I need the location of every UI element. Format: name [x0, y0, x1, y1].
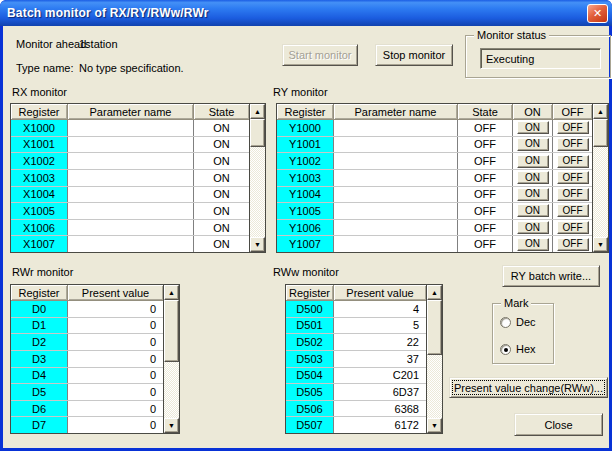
ry-batch-write-button[interactable]: RY batch write...	[502, 265, 600, 287]
table-row: Y1000OFFONOFF	[277, 120, 592, 137]
register-cell: D504	[286, 368, 334, 384]
register-cell: D2	[11, 334, 68, 350]
scrollbar-down-icon[interactable]: ▼	[164, 418, 179, 433]
value-cell: ON	[194, 203, 249, 219]
on-button[interactable]: ON	[517, 155, 549, 168]
register-cell: D4	[11, 368, 68, 384]
scrollbar-up-icon[interactable]: ▲	[427, 285, 442, 300]
off-button[interactable]: OFF	[557, 204, 589, 217]
titlebar[interactable]: Batch monitor of RX/RY/RWw/RWr ✕	[0, 0, 612, 26]
scrollbar-thumb[interactable]	[427, 300, 442, 355]
close-button[interactable]: Close	[514, 413, 603, 436]
register-cell: Y1001	[277, 137, 334, 153]
close-icon[interactable]: ✕	[587, 4, 608, 23]
off-button[interactable]: OFF	[557, 138, 589, 151]
on-button[interactable]: ON	[517, 188, 549, 201]
scrollbar-down-icon[interactable]: ▼	[427, 418, 442, 433]
value-cell: 6368	[334, 401, 426, 417]
value-cell: ON	[194, 170, 249, 186]
register-cell: D505	[286, 384, 334, 400]
table-row: D5004	[286, 301, 426, 318]
parameter-name-cell	[68, 170, 194, 186]
table-row: D5056D37	[286, 384, 426, 401]
mark-option-hex[interactable]: Hex	[500, 342, 551, 356]
table-row: Y1001OFFONOFF	[277, 137, 592, 154]
off-button[interactable]: OFF	[557, 171, 589, 184]
rwr-scrollbar: ▲ ▼	[163, 285, 179, 433]
table-row: D60	[11, 401, 163, 418]
off-button[interactable]: OFF	[557, 238, 589, 251]
off-button[interactable]: OFF	[557, 188, 589, 201]
scrollbar-thumb[interactable]	[593, 119, 608, 147]
scrollbar-up-icon[interactable]: ▲	[164, 285, 179, 300]
radio-hex-icon[interactable]	[500, 344, 511, 355]
off-button[interactable]: OFF	[557, 121, 589, 134]
register-cell: X1006	[11, 220, 68, 236]
column-header-present-value: Present value	[334, 285, 426, 301]
column-header-parameter-name: Parameter name	[334, 104, 458, 120]
value-cell: 6172	[334, 417, 426, 433]
dialog-client-area: Monitor ahead: 1station Type name: No ty…	[3, 26, 609, 448]
stop-monitor-button[interactable]: Stop monitor	[375, 44, 453, 66]
scrollbar-track[interactable]	[427, 300, 442, 418]
scrollbar-track[interactable]	[164, 300, 179, 418]
present-value-change-button[interactable]: Present value change(RWw)...	[449, 377, 608, 398]
table-row: X1001ON	[11, 137, 249, 154]
table-row: X1003ON	[11, 170, 249, 187]
start-monitor-button[interactable]: Start monitor	[282, 44, 358, 66]
table-row: D5066368	[286, 401, 426, 418]
parameter-name-cell	[334, 236, 458, 252]
value-cell: OFF	[458, 120, 513, 136]
on-button[interactable]: ON	[517, 138, 549, 151]
table-row: Y1007OFFONOFF	[277, 236, 592, 252]
rww-monitor-table: RegisterPresent valueD5004D5015D50222D50…	[285, 284, 443, 434]
value-cell: 0	[68, 384, 163, 400]
scrollbar-thumb[interactable]	[250, 119, 265, 147]
parameter-name-cell	[334, 120, 458, 136]
on-button[interactable]: ON	[517, 121, 549, 134]
off-button[interactable]: OFF	[557, 221, 589, 234]
on-button[interactable]: ON	[517, 204, 549, 217]
register-cell: Y1004	[277, 187, 334, 203]
scrollbar-up-icon[interactable]: ▲	[593, 104, 608, 119]
scrollbar-down-icon[interactable]: ▼	[250, 237, 265, 252]
off-button[interactable]: OFF	[557, 155, 589, 168]
register-cell: Y1002	[277, 153, 334, 169]
table-row: X1006ON	[11, 220, 249, 237]
register-cell: Y1000	[277, 120, 334, 136]
ry-monitor-table: RegisterParameter nameStateONOFFY1000OFF…	[276, 103, 609, 253]
value-cell: 0	[68, 318, 163, 334]
value-cell: 4	[334, 301, 426, 317]
mark-option-dec[interactable]: Dec	[500, 315, 551, 329]
monitor-status-field: Executing	[480, 48, 601, 69]
value-cell: 37	[334, 351, 426, 367]
scrollbar-track[interactable]	[250, 119, 265, 237]
scrollbar-track[interactable]	[593, 119, 608, 237]
rwr-monitor-table: RegisterPresent valueD00D10D20D30D40D50D…	[10, 284, 180, 434]
on-button[interactable]: ON	[517, 238, 549, 251]
column-header-off: OFF	[553, 104, 592, 120]
value-cell: 22	[334, 334, 426, 350]
table-row: D10	[11, 318, 163, 335]
rx-scrollbar: ▲ ▼	[249, 104, 265, 252]
register-cell: D3	[11, 351, 68, 367]
scrollbar-down-icon[interactable]: ▼	[593, 237, 608, 252]
rww-monitor-label: RWw monitor	[273, 266, 339, 278]
dialog-window: Batch monitor of RX/RY/RWw/RWr ✕ Monitor…	[0, 0, 612, 451]
on-button[interactable]: ON	[517, 221, 549, 234]
table-row: X1007ON	[11, 236, 249, 252]
ry-monitor-label: RY monitor	[273, 86, 328, 98]
table-row: D20	[11, 334, 163, 351]
parameter-name-cell	[68, 236, 194, 252]
scrollbar-up-icon[interactable]: ▲	[250, 104, 265, 119]
value-cell: OFF	[458, 170, 513, 186]
scrollbar-thumb[interactable]	[164, 300, 179, 362]
register-cell: D502	[286, 334, 334, 350]
register-cell: X1001	[11, 137, 68, 153]
column-header-parameter-name: Parameter name	[68, 104, 194, 120]
mark-group-label: Mark	[501, 297, 531, 309]
on-button[interactable]: ON	[517, 171, 549, 184]
table-row: X1004ON	[11, 187, 249, 204]
radio-dec-icon[interactable]	[500, 317, 511, 328]
register-cell: X1003	[11, 170, 68, 186]
